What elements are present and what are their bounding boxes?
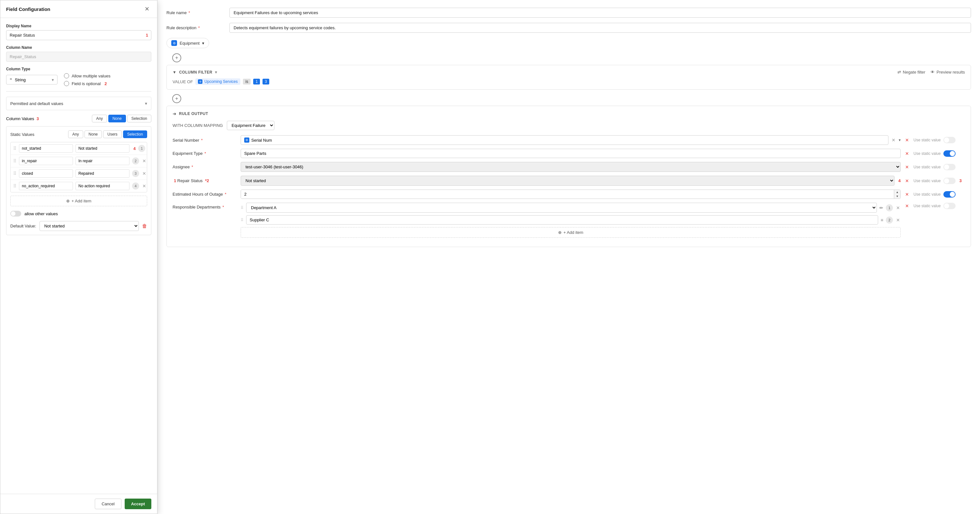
value-label-3[interactable] — [75, 169, 129, 178]
rule-desc-input[interactable] — [229, 23, 971, 33]
static-users-btn[interactable]: Users — [103, 130, 121, 138]
depts-static-toggle[interactable] — [943, 203, 956, 209]
allow-other-row: allow other values — [10, 211, 147, 216]
depts-add-item-btn[interactable]: ⊕ + Add item — [241, 227, 900, 238]
dept-delete-2[interactable]: ✕ — [896, 217, 900, 223]
hours-spinner: ▲ ▼ — [241, 189, 900, 199]
assignee-required: * — [191, 164, 193, 169]
allow-multiple-radio-input[interactable] — [64, 73, 69, 78]
delete-default-btn[interactable]: 🗑 — [142, 223, 147, 229]
rule-name-label: Rule name * — [166, 10, 224, 15]
output-row-assignee: Assignee * test-user-3046 (test-user-304… — [173, 162, 965, 172]
value-label-4[interactable] — [75, 182, 129, 190]
negate-filter-btn[interactable]: ⇄ Negate filter — [897, 70, 925, 75]
dept-badge-2: 2 — [886, 216, 893, 224]
rule-name-input[interactable] — [229, 8, 971, 18]
serial-field-select[interactable]: ⚙ Serial Num — [241, 135, 888, 145]
dept-drag-2[interactable]: ⠿ — [241, 218, 243, 222]
assignee-static-label: Use static value — [913, 165, 941, 169]
dept-edit-1[interactable]: ✏ — [880, 205, 883, 210]
dept-select-1[interactable]: Department A — [246, 203, 877, 213]
value-key-1[interactable] — [19, 144, 73, 153]
annotation-3: 3 — [37, 116, 39, 121]
serial-required: * — [201, 138, 203, 143]
drag-handle-2[interactable]: ⠿ — [13, 158, 16, 164]
equipment-dropdown-icon: ▾ — [202, 41, 204, 46]
allow-other-toggle[interactable] — [10, 211, 21, 216]
hours-input[interactable] — [241, 190, 894, 199]
rule-desc-required: * — [198, 25, 200, 30]
repair-status-remove-btn[interactable]: ✕ — [905, 178, 910, 184]
close-button[interactable]: ✕ — [143, 5, 151, 13]
preview-results-btn[interactable]: 👁 Preview results — [931, 70, 965, 75]
permitted-collapse-row[interactable]: Permitted and default values ▾ — [10, 101, 147, 106]
serial-clear-btn[interactable]: ✕ — [891, 137, 896, 143]
value-label-1[interactable] — [75, 144, 129, 153]
value-key-4[interactable] — [19, 182, 73, 190]
equip-type-input[interactable] — [241, 149, 900, 158]
value-key-2[interactable] — [19, 157, 73, 165]
serial-field-chip: ⚙ Serial Num — [244, 137, 885, 143]
dept-drag-1[interactable]: ⠿ — [241, 205, 243, 210]
cancel-button[interactable]: Cancel — [95, 498, 121, 509]
assignee-label: Assignee * — [173, 164, 237, 169]
filter-field-chip[interactable]: ⚙ Upcoming Services — [196, 78, 240, 85]
serial-chevron-btn[interactable]: ▾ — [899, 138, 900, 142]
depts-remove-btn[interactable]: ✕ — [905, 203, 910, 209]
delete-row-3[interactable]: ✕ — [142, 170, 147, 177]
serial-static-toggle[interactable] — [943, 137, 956, 143]
equip-type-required: * — [204, 151, 206, 156]
assignee-remove-btn[interactable]: ✕ — [905, 164, 910, 170]
dialog-footer: Cancel Accept — [0, 494, 157, 514]
rule-output-card: ➜ RULE OUTPUT WITH COLUMN MAPPING Equipm… — [166, 106, 971, 247]
negate-icon: ⇄ — [897, 70, 901, 75]
drag-handle-1[interactable]: ⠿ — [13, 146, 16, 151]
mapping-select[interactable]: Equipment Failure — [227, 121, 274, 130]
dept-delete-1[interactable]: ✕ — [896, 205, 900, 211]
col-selection-btn[interactable]: Selection — [127, 115, 151, 123]
values-table: ⠿ 4 1 ✕ ⠿ 2 ✕ ⠿ 3 — [10, 142, 147, 193]
permitted-section: Permitted and default values ▾ — [6, 97, 151, 110]
col-none-btn[interactable]: None — [108, 115, 126, 123]
repair-status-select[interactable]: Not started — [241, 176, 894, 186]
spinner-up-btn[interactable]: ▲ — [894, 190, 900, 194]
filter-header: ▼ COLUMN FILTER ▾ ⇄ Negate filter 👁 Prev… — [173, 70, 965, 75]
accept-button[interactable]: Accept — [125, 498, 151, 509]
with-mapping-row: WITH COLUMN MAPPING Equipment Failure — [173, 121, 965, 130]
column-type-select[interactable]: ❝ String ▾ — [6, 75, 57, 84]
static-selection-btn[interactable]: Selection — [123, 130, 147, 138]
repair-status-annotation-1: 1 — [174, 178, 176, 183]
add-node-2-button[interactable]: + — [172, 94, 181, 103]
depts-static-row: Use static value — [913, 203, 965, 209]
equip-type-remove-btn[interactable]: ✕ — [905, 150, 910, 157]
col-any-btn[interactable]: Any — [92, 115, 107, 123]
field-optional-label: Field is optional — [72, 81, 100, 86]
value-key-3[interactable] — [19, 169, 73, 178]
field-optional-radio-input[interactable] — [64, 81, 69, 86]
delete-row-4[interactable]: ✕ — [142, 183, 147, 189]
value-label-2[interactable] — [75, 157, 129, 165]
default-value-select[interactable]: Not started — [40, 221, 139, 231]
drag-handle-3[interactable]: ⠿ — [13, 171, 16, 176]
spinner-down-btn[interactable]: ▼ — [894, 194, 900, 199]
add-item-button[interactable]: ⊕ + Add item — [10, 196, 147, 206]
static-any-btn[interactable]: Any — [68, 130, 83, 138]
display-name-input[interactable] — [6, 30, 151, 40]
add-node-button[interactable]: + — [172, 53, 181, 62]
assignee-select[interactable]: test-user-3046 (test-user-3046) — [241, 162, 900, 172]
hours-static-toggle[interactable] — [943, 191, 956, 197]
drag-handle-4[interactable]: ⠿ — [13, 183, 16, 189]
equip-type-static-toggle[interactable] — [943, 150, 956, 157]
serial-remove-btn[interactable]: ✕ — [905, 137, 910, 143]
delete-row-2[interactable]: ✕ — [142, 158, 147, 164]
depts-static-label: Use static value — [913, 204, 941, 208]
equipment-chip[interactable]: ⚙ Equipment ▾ — [166, 38, 209, 48]
dept-input-2[interactable] — [246, 215, 878, 224]
hours-remove-btn[interactable]: ✕ — [905, 191, 910, 197]
depts-input-area: ⠿ Department A ✏ 1 ✕ ⠿ ≡ 2 ✕ ⊕ — [241, 203, 900, 238]
assignee-static-toggle[interactable] — [943, 164, 956, 170]
dept-menu-icon-2: ≡ — [881, 218, 883, 223]
hours-static-label: Use static value — [913, 192, 941, 197]
repair-status-static-toggle[interactable] — [943, 178, 956, 184]
static-none-btn[interactable]: None — [84, 130, 102, 138]
